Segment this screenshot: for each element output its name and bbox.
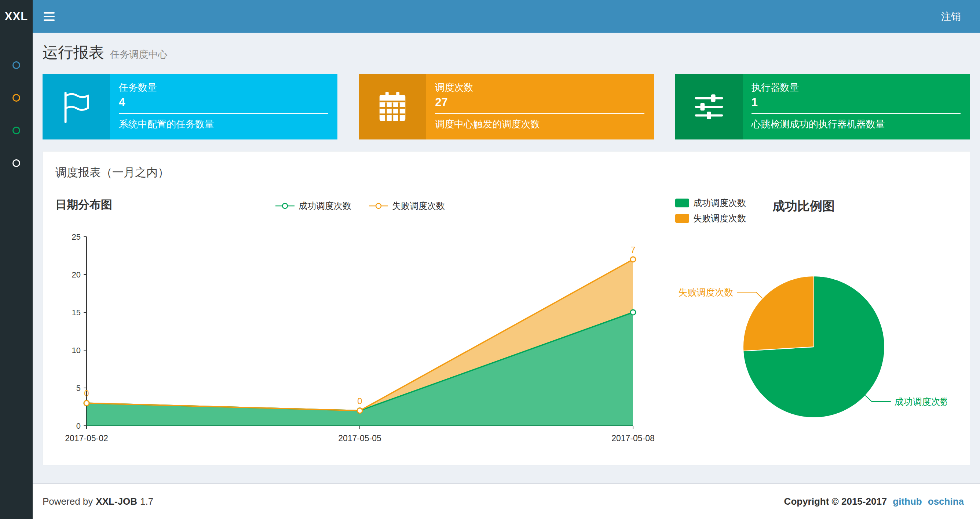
info-box-row: 任务数量 4 系统中配置的任务数量 <box>43 74 970 139</box>
circle-icon <box>13 61 20 69</box>
sidebar <box>0 33 33 519</box>
app-logo[interactable]: XXL <box>0 0 33 33</box>
charts-row: 日期分布图 成功调度次数 失败调度次数 <box>56 197 957 452</box>
date-distribution-chart: 05101520252017-05-022017-05-052017-05-08… <box>56 226 664 450</box>
github-link[interactable]: github <box>893 496 922 507</box>
main-area: 运行报表 任务调度中心 任务数量 4 系统中 <box>33 33 980 519</box>
svg-text:0: 0 <box>357 396 362 406</box>
svg-text:失败调度次数: 失败调度次数 <box>678 287 733 297</box>
sidebar-item-job-manage[interactable] <box>0 81 33 114</box>
calendar-icon <box>359 74 426 139</box>
pie-chart-title: 成功比例图 <box>772 198 835 215</box>
info-box-label: 任务数量 <box>119 81 328 94</box>
copyright-text: Copyright © 2015-2017 <box>784 496 887 507</box>
page-title: 运行报表 <box>43 44 104 61</box>
sidebar-item-executor-manage[interactable] <box>0 114 33 147</box>
svg-text:0: 0 <box>84 388 89 398</box>
legend-label: 成功调度次数 <box>299 200 352 212</box>
info-box-label: 执行器数量 <box>751 81 961 94</box>
oschina-link[interactable]: oschina <box>928 496 964 507</box>
footer-powered: Powered by XXL-JOB 1.7 <box>43 496 153 507</box>
version-text: 1.7 <box>140 496 153 507</box>
legend-swatch-icon <box>675 214 689 223</box>
info-box-value: 4 <box>119 96 328 109</box>
info-box-executor-count: 执行器数量 1 心跳检测成功的执行器机器数量 <box>675 74 970 139</box>
info-box-value: 27 <box>435 96 644 109</box>
svg-text:0: 0 <box>76 422 81 431</box>
info-box-content: 执行器数量 1 心跳检测成功的执行器机器数量 <box>743 74 970 139</box>
hamburger-icon <box>44 16 55 17</box>
legend-item-fail[interactable]: 失败调度次数 <box>675 212 746 224</box>
svg-text:5: 5 <box>76 383 81 393</box>
line-chart-title: 日期分布图 <box>56 198 112 211</box>
chart-header: 日期分布图 成功调度次数 失败调度次数 <box>56 197 664 220</box>
info-box-description: 心跳检测成功的执行器机器数量 <box>751 118 961 131</box>
line-chart-legend: 成功调度次数 失败调度次数 <box>275 200 445 212</box>
powered-by-text: Powered by <box>43 496 93 507</box>
sliders-icon <box>675 74 743 139</box>
circle-icon <box>13 159 20 167</box>
info-box-description: 调度中心触发的调度次数 <box>435 118 644 131</box>
logout-link[interactable]: 注销 <box>922 0 980 33</box>
footer: Powered by XXL-JOB 1.7 Copyright © 2015-… <box>33 483 980 519</box>
page-header: 运行报表 任务调度中心 <box>43 42 970 63</box>
divider <box>435 113 644 114</box>
divider <box>119 113 328 114</box>
brand-name: XXL-JOB <box>96 496 137 507</box>
info-box-content: 任务数量 4 系统中配置的任务数量 <box>110 74 337 139</box>
info-box-label: 调度次数 <box>435 81 644 94</box>
legend-label: 失败调度次数 <box>693 212 746 224</box>
legend-item-success[interactable]: 成功调度次数 <box>275 200 352 212</box>
pie-chart-legend: 成功调度次数 失败调度次数 <box>675 197 746 224</box>
success-ratio-chart: 成功调度次数失败调度次数 <box>675 226 947 426</box>
legend-swatch-icon <box>675 198 689 208</box>
line-legend-marker-icon <box>368 202 389 209</box>
schedule-report-panel: 调度报表（一月之内） 日期分布图 成功调度次数 <box>43 151 970 465</box>
svg-text:2017-05-02: 2017-05-02 <box>65 433 108 443</box>
svg-text:2017-05-08: 2017-05-08 <box>611 433 655 443</box>
flag-icon <box>43 74 110 139</box>
info-box-value: 1 <box>751 96 961 109</box>
svg-text:10: 10 <box>72 346 81 355</box>
date-distribution-block: 日期分布图 成功调度次数 失败调度次数 <box>56 197 664 452</box>
divider <box>751 113 961 114</box>
svg-text:25: 25 <box>72 232 81 241</box>
legend-label: 失败调度次数 <box>392 200 445 212</box>
legend-label: 成功调度次数 <box>693 197 746 209</box>
info-box-task-count: 任务数量 4 系统中配置的任务数量 <box>43 74 337 139</box>
footer-copyright: Copyright © 2015-2017 github oschina <box>784 496 964 507</box>
circle-icon <box>13 94 20 102</box>
legend-item-success[interactable]: 成功调度次数 <box>675 197 746 209</box>
pie-chart-header: 成功调度次数 失败调度次数 成功比例图 <box>675 197 957 224</box>
svg-text:成功调度次数: 成功调度次数 <box>894 396 947 407</box>
hamburger-icon <box>44 19 55 21</box>
info-box-description: 系统中配置的任务数量 <box>119 118 328 131</box>
info-box-trigger-count: 调度次数 27 调度中心触发的调度次数 <box>359 74 654 139</box>
svg-text:7: 7 <box>630 245 635 255</box>
page-subtitle: 任务调度中心 <box>110 49 167 60</box>
legend-item-fail[interactable]: 失败调度次数 <box>368 200 445 212</box>
panel-title: 调度报表（一月之内） <box>56 165 957 180</box>
sidebar-toggle-button[interactable] <box>33 0 66 33</box>
sidebar-item-help[interactable] <box>0 147 33 179</box>
svg-text:15: 15 <box>72 308 81 317</box>
svg-text:2017-05-05: 2017-05-05 <box>338 433 382 443</box>
success-ratio-block: 成功调度次数 失败调度次数 成功比例图 成功调度次数失败调度次数 <box>675 197 957 452</box>
content: 运行报表 任务调度中心 任务数量 4 系统中 <box>33 33 980 483</box>
hamburger-icon <box>44 12 55 14</box>
svg-text:20: 20 <box>72 270 81 279</box>
line-legend-marker-icon <box>275 202 295 209</box>
info-box-content: 调度次数 27 调度中心触发的调度次数 <box>426 74 654 139</box>
circle-icon <box>13 127 20 134</box>
sidebar-item-running-report[interactable] <box>0 49 33 81</box>
top-navbar: XXL 注销 <box>0 0 980 33</box>
